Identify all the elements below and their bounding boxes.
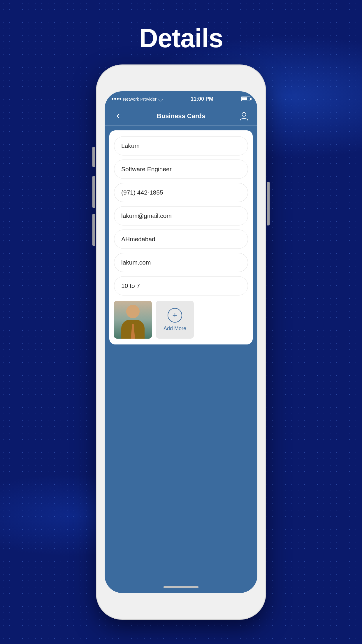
add-more-label: Add More bbox=[164, 326, 186, 332]
status-right bbox=[241, 97, 250, 101]
side-button-mute bbox=[92, 147, 95, 167]
phone-field[interactable] bbox=[114, 183, 248, 202]
person-head bbox=[126, 305, 140, 318]
add-more-button[interactable]: + Add More bbox=[156, 301, 194, 339]
name-field[interactable] bbox=[114, 136, 248, 155]
signal-dots bbox=[112, 98, 121, 100]
image-section: + Add More bbox=[114, 301, 248, 339]
hours-field[interactable] bbox=[114, 276, 248, 295]
battery-fill bbox=[242, 97, 247, 100]
back-arrow-icon bbox=[115, 113, 122, 120]
profile-icon bbox=[239, 111, 249, 121]
svg-point-0 bbox=[242, 112, 246, 116]
plus-icon: + bbox=[168, 308, 182, 323]
back-button[interactable] bbox=[112, 110, 124, 123]
screen-content: + Add More bbox=[105, 126, 257, 593]
wifi-icon: ◡ bbox=[158, 96, 163, 102]
profile-button[interactable] bbox=[238, 110, 250, 123]
side-button-power bbox=[267, 182, 270, 225]
job-title-field[interactable] bbox=[114, 160, 248, 179]
home-indicator[interactable] bbox=[164, 586, 198, 588]
website-field[interactable] bbox=[114, 253, 248, 272]
city-field[interactable] bbox=[114, 230, 248, 249]
email-field[interactable] bbox=[114, 206, 248, 225]
nav-title: Business Cards bbox=[157, 112, 205, 120]
form-card: + Add More bbox=[109, 130, 253, 344]
battery-icon bbox=[241, 97, 250, 101]
status-time: 11:00 PM bbox=[191, 96, 213, 102]
photo-thumbnail[interactable] bbox=[114, 301, 152, 339]
phone-screen: Network Provider ◡ 11:00 PM Business Car… bbox=[105, 91, 257, 593]
side-button-volume-down bbox=[92, 214, 95, 246]
nav-bar: Business Cards bbox=[105, 106, 257, 126]
network-label: Network Provider bbox=[123, 97, 157, 102]
person-photo bbox=[114, 301, 152, 339]
status-bar: Network Provider ◡ 11:00 PM bbox=[105, 91, 257, 106]
status-left: Network Provider ◡ bbox=[112, 96, 163, 102]
page-title: Details bbox=[139, 23, 223, 53]
phone-mockup: Network Provider ◡ 11:00 PM Business Car… bbox=[96, 65, 266, 619]
side-button-volume-up bbox=[92, 176, 95, 208]
